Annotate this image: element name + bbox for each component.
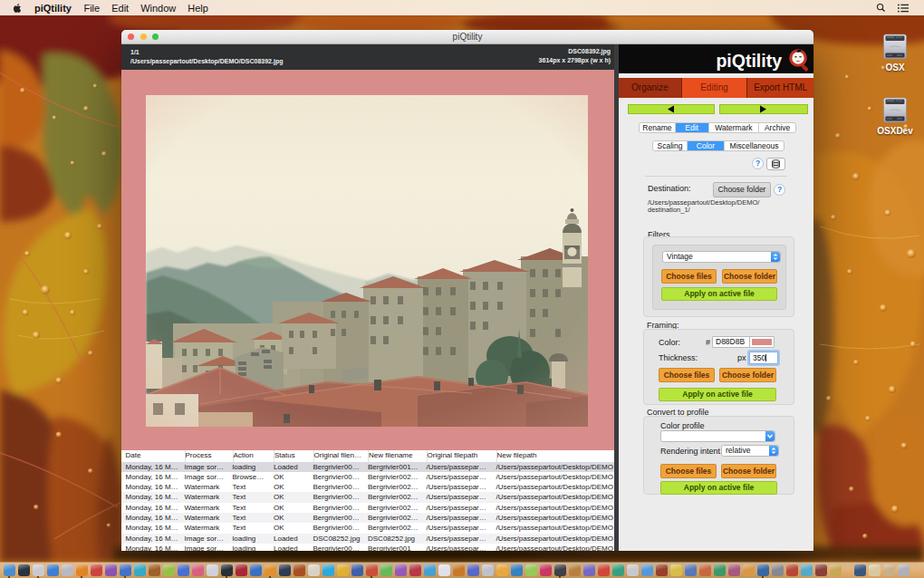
svg-text:piQtility: piQtility: [716, 51, 782, 71]
